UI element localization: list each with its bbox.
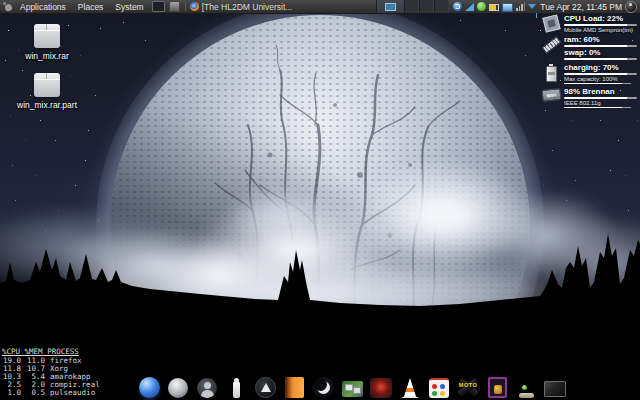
dock-icon-a-logo[interactable] <box>253 373 277 399</box>
taskbar-window-title[interactable]: [The HL2DM Universit... <box>202 2 293 12</box>
desktop-screen: Applications Places System [The HL2DM Un… <box>0 0 640 400</box>
process-list-header: %CPU %MEM PROCESS <box>2 348 100 356</box>
desktop-icon-rar[interactable]: win_mix.rar <box>18 24 76 61</box>
battery-bar <box>564 73 637 75</box>
desktop-icon-rar-part[interactable]: win_mix.rar.part <box>18 73 76 110</box>
ram-bar <box>564 45 637 47</box>
taskbar-button-active[interactable] <box>376 0 404 13</box>
photos-map-icon <box>342 381 363 397</box>
wolf-circle-icon <box>313 377 334 398</box>
color-box-icon <box>429 378 449 398</box>
wifi-box-icon: WIFI <box>541 88 561 102</box>
terminal-launcher-icon[interactable] <box>152 1 165 12</box>
dock-icon-robot[interactable] <box>485 373 509 399</box>
process-mem: 0.5 <box>26 389 45 397</box>
taskbar-button[interactable] <box>404 0 419 13</box>
cpu-bar <box>564 24 637 26</box>
wifi-standard-label: IEEE 802.11g <box>564 100 637 106</box>
purple-robot-icon <box>488 377 507 398</box>
menu-places[interactable]: Places <box>72 2 110 12</box>
package-launcher-icon[interactable] <box>169 1 180 12</box>
dock-icon-xmoto[interactable]: MOTO <box>456 373 480 399</box>
process-cpu: 1.0 <box>2 389 21 397</box>
dock-icon-figurine[interactable] <box>224 373 248 399</box>
dock-icon-photos[interactable] <box>340 373 364 399</box>
network-signal-icon[interactable] <box>465 3 474 11</box>
ram-stick-icon <box>542 36 562 54</box>
menu-system[interactable]: System <box>109 2 149 12</box>
capacity-label: Max capacity: 100% <box>564 76 637 82</box>
sysmon-cpu-row: CPU Load: 22% Mobile AMD Sempron(tm) <box>542 14 637 33</box>
swap-label: swap: 0% <box>564 48 637 57</box>
dock-icon-color-box[interactable] <box>427 373 451 399</box>
dock: MOTO <box>137 373 567 399</box>
process-list: 19.011.0firefox 11.810.7Xorg 10.35.4amar… <box>2 357 100 397</box>
orange-door-icon <box>285 377 304 398</box>
ram-label: ram: 60% <box>564 35 637 44</box>
desktop-icon-label: win_mix.rar.part <box>17 100 77 110</box>
red-game-icon <box>370 378 392 398</box>
dock-icon-orange-door[interactable] <box>282 373 306 399</box>
dock-icon-silver-globe[interactable] <box>166 373 190 399</box>
dock-icon-blue-globe[interactable] <box>137 373 161 399</box>
files-icon[interactable] <box>502 3 513 12</box>
wifi-sub-bar <box>564 107 631 108</box>
wifi-antenna-icon[interactable] <box>528 4 536 9</box>
desktop-icons: win_mix.rar win_mix.rar.part <box>18 24 76 110</box>
system-tray <box>453 2 536 12</box>
wifi-bar <box>564 97 637 99</box>
terminal-window-icon <box>385 3 396 11</box>
blue-globe-icon <box>139 377 160 398</box>
taskbar-button[interactable] <box>419 0 434 13</box>
swap-bar <box>564 58 637 60</box>
sysmon-battery-row: charging: 70% Max capacity: 100% <box>542 63 637 85</box>
cpu-chip-icon <box>542 14 560 32</box>
dock-icon-pill[interactable] <box>514 373 538 399</box>
wifi-ssid-label: 98% Brennan <box>564 87 637 96</box>
panel-separator <box>185 2 186 11</box>
white-figurine-icon <box>233 381 240 398</box>
silver-globe-icon <box>168 378 188 398</box>
charging-label: charging: 70% <box>564 63 637 72</box>
conky-process-list: %CPU %MEM PROCESS 19.011.0firefox 11.810… <box>2 348 100 397</box>
sysmon-widget: CPU Load: 22% Mobile AMD Sempron(tm) ram… <box>542 14 637 111</box>
capacity-bar <box>564 83 631 84</box>
clock[interactable]: Tue Apr 22, 11:45 PM <box>540 2 622 12</box>
distro-logo-icon[interactable] <box>3 2 14 12</box>
dock-icon-monitor[interactable] <box>543 373 567 399</box>
sync-icon[interactable] <box>453 2 462 11</box>
archive-box-icon <box>34 24 60 48</box>
cpu-load-label: CPU Load: 22% <box>564 14 637 23</box>
menu-applications[interactable]: Applications <box>14 2 72 12</box>
dock-icon-user[interactable] <box>195 373 219 399</box>
green-pill-icon <box>518 383 535 399</box>
firefox-icon <box>190 2 199 11</box>
top-panel: Applications Places System [The HL2DM Un… <box>0 0 640 14</box>
dark-monitor-icon <box>544 381 566 397</box>
desktop-icon-label: win_mix.rar <box>25 51 68 61</box>
sysmon-wifi-row: WIFI 98% Brennan IEEE 802.11g <box>542 87 637 109</box>
dock-icon-red-game[interactable] <box>369 373 393 399</box>
a-logo-icon <box>255 377 276 398</box>
dock-icon-wolf[interactable] <box>311 373 335 399</box>
process-name: pulseaudio <box>50 389 100 397</box>
xmoto-label: MOTO <box>456 382 480 388</box>
status-green-icon[interactable] <box>477 2 486 11</box>
taskbar-button[interactable] <box>434 0 449 13</box>
cpu-model-label: Mobile AMD Sempron(tm) <box>564 27 637 33</box>
battery-tray-icon[interactable] <box>489 4 499 11</box>
user-bust-icon <box>197 378 217 398</box>
sysmon-memory-row: ram: 60% swap: 0% <box>542 35 637 61</box>
dock-icon-vlc[interactable] <box>398 373 422 399</box>
battery-icon <box>546 66 557 82</box>
session-icon[interactable] <box>625 1 637 13</box>
vlc-cone-icon <box>400 378 420 398</box>
signal-bars-icon[interactable] <box>516 2 525 11</box>
archive-box-icon <box>34 73 60 97</box>
